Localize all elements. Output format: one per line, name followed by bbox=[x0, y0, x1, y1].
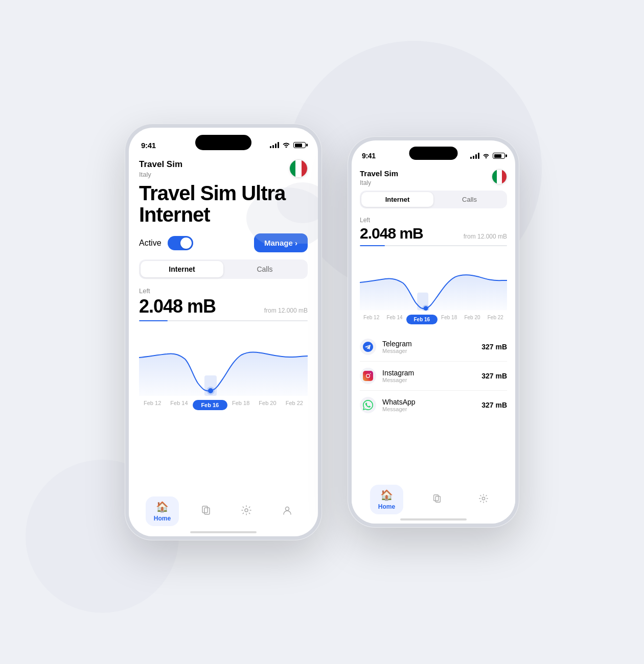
data-left-label-small: Left bbox=[360, 217, 507, 224]
chart-large bbox=[139, 329, 308, 396]
status-icons-small bbox=[470, 152, 505, 160]
bottom-nav-large: 🏠 Home bbox=[129, 491, 318, 536]
chart-svg-small bbox=[360, 254, 507, 311]
date-feb20-large[interactable]: Feb 20 bbox=[254, 400, 281, 410]
date-feb22-large[interactable]: Feb 22 bbox=[281, 400, 308, 410]
sim-title-large: Travel Sim bbox=[139, 159, 182, 170]
dynamic-island-small bbox=[409, 147, 458, 160]
instagram-name: Instagram bbox=[382, 369, 481, 377]
data-progress-bar-large bbox=[139, 320, 308, 321]
nav-home-label-large: Home bbox=[154, 515, 171, 522]
wifi-icon-large bbox=[282, 141, 290, 149]
sim-header-large: Travel Sim Italy bbox=[139, 154, 308, 182]
date-feb22-small[interactable]: Feb 22 bbox=[484, 315, 507, 324]
date-feb12-large[interactable]: Feb 12 bbox=[139, 400, 166, 410]
date-feb14-large[interactable]: Feb 14 bbox=[166, 400, 192, 410]
manage-button[interactable]: Manage › bbox=[254, 233, 308, 252]
date-feb18-small[interactable]: Feb 18 bbox=[438, 315, 461, 324]
svg-point-17 bbox=[482, 497, 485, 500]
sim-subtitle-small: Italy bbox=[360, 179, 398, 186]
italy-flag-small bbox=[492, 169, 507, 184]
bottom-nav-small: 🏠 Home bbox=[352, 481, 515, 524]
tab-internet-large[interactable]: Internet bbox=[141, 261, 223, 277]
data-progress-bar-small bbox=[360, 245, 507, 246]
active-row: Active Manage › bbox=[139, 233, 308, 252]
svg-point-14 bbox=[370, 373, 371, 374]
home-icon-small: 🏠 bbox=[380, 489, 393, 501]
date-feb20-small[interactable]: Feb 20 bbox=[461, 315, 484, 324]
phone-large-content: Travel Sim Italy bbox=[129, 154, 318, 536]
files-icon-small bbox=[432, 493, 442, 506]
battery-icon-large bbox=[293, 142, 306, 148]
instagram-category: Messager bbox=[382, 377, 481, 383]
nav-home-label-small: Home bbox=[378, 503, 395, 510]
data-amount-row-large: 2.048 mB from 12.000 mB bbox=[139, 296, 308, 317]
signal-bars-large bbox=[270, 142, 279, 148]
hero-title: Travel Sim UltraInternet bbox=[139, 182, 308, 225]
whatsapp-category: Messager bbox=[382, 406, 481, 412]
data-left-label-large: Left bbox=[139, 287, 308, 295]
status-icons-large bbox=[270, 141, 306, 149]
phone-large-screen: 9:41 Travel Si bbox=[129, 128, 318, 536]
tab-calls-large[interactable]: Calls bbox=[223, 261, 306, 277]
chart-small bbox=[360, 254, 507, 311]
tabs-row-small: Internet Calls bbox=[360, 191, 507, 208]
home-bar-large bbox=[190, 531, 257, 533]
phone-small-screen: 9:41 Travel Si bbox=[352, 140, 515, 524]
nav-home-small[interactable]: 🏠 Home bbox=[370, 485, 403, 514]
files-icon-large bbox=[200, 505, 212, 518]
telegram-name: Telegram bbox=[382, 340, 481, 348]
sim-title-group-small: Travel Sim Italy bbox=[360, 169, 398, 186]
phone-large: 9:41 Travel Si bbox=[125, 124, 322, 540]
tab-internet-small[interactable]: Internet bbox=[361, 192, 433, 207]
phone-small-content: Travel Sim Italy Internet Calls Left bbox=[352, 164, 515, 524]
sim-subtitle-large: Italy bbox=[139, 171, 182, 178]
app-info-telegram: Telegram Messager bbox=[382, 340, 481, 354]
battery-icon-small bbox=[493, 153, 505, 159]
instagram-icon bbox=[360, 368, 376, 384]
phone-small: 9:41 Travel Si bbox=[348, 136, 519, 528]
nav-settings-small[interactable] bbox=[470, 489, 497, 510]
nav-files-large[interactable] bbox=[192, 501, 220, 523]
svg-point-8 bbox=[286, 507, 289, 510]
sim-header-small: Travel Sim Italy bbox=[360, 164, 507, 191]
date-feb14-small[interactable]: Feb 14 bbox=[383, 315, 406, 324]
settings-icon-small bbox=[478, 493, 489, 506]
svg-point-4 bbox=[206, 387, 215, 395]
date-feb16-small[interactable]: Feb 16 bbox=[406, 315, 438, 324]
nav-settings-large[interactable] bbox=[233, 501, 260, 523]
active-toggle[interactable] bbox=[168, 236, 193, 250]
data-progress-fill-small bbox=[360, 245, 385, 246]
home-bar-small bbox=[400, 518, 467, 520]
data-amount-large: 2.048 mB bbox=[139, 296, 216, 317]
app-item-whatsapp: WhatsApp Messager 327 mB bbox=[360, 391, 507, 419]
hero-section: Travel Sim UltraInternet bbox=[139, 182, 308, 225]
date-feb12-small[interactable]: Feb 12 bbox=[360, 315, 383, 324]
signal-bars-small bbox=[470, 153, 479, 159]
telegram-category: Messager bbox=[382, 348, 481, 354]
nav-files-small[interactable] bbox=[424, 489, 450, 510]
svg-rect-16 bbox=[435, 496, 440, 502]
date-labels-small: Feb 12 Feb 14 Feb 16 Feb 18 Feb 20 Feb 2… bbox=[360, 315, 507, 324]
whatsapp-usage: 327 mB bbox=[481, 401, 507, 409]
whatsapp-name: WhatsApp bbox=[382, 398, 481, 406]
telegram-icon bbox=[360, 339, 376, 355]
status-time-large: 9:41 bbox=[141, 141, 156, 150]
nav-profile-large[interactable] bbox=[273, 501, 301, 523]
settings-icon-large bbox=[241, 505, 252, 518]
date-feb18-large[interactable]: Feb 18 bbox=[227, 400, 254, 410]
nav-home-large[interactable]: 🏠 Home bbox=[146, 496, 179, 526]
tabs-row-large: Internet Calls bbox=[139, 259, 308, 279]
data-progress-fill-large bbox=[139, 320, 168, 321]
svg-rect-12 bbox=[363, 371, 373, 381]
date-feb16-large[interactable]: Feb 16 bbox=[193, 400, 227, 410]
svg-rect-15 bbox=[433, 495, 438, 501]
app-info-whatsapp: WhatsApp Messager bbox=[382, 398, 481, 412]
active-label: Active bbox=[139, 239, 162, 248]
date-labels-large: Feb 12 Feb 14 Feb 16 Feb 18 Feb 20 Feb 2… bbox=[139, 400, 308, 410]
instagram-usage: 327 mB bbox=[481, 372, 507, 380]
tab-calls-small[interactable]: Calls bbox=[433, 192, 505, 207]
home-icon-large: 🏠 bbox=[156, 501, 169, 513]
data-from-large: from 12.000 mB bbox=[264, 307, 308, 314]
svg-rect-6 bbox=[204, 508, 210, 514]
